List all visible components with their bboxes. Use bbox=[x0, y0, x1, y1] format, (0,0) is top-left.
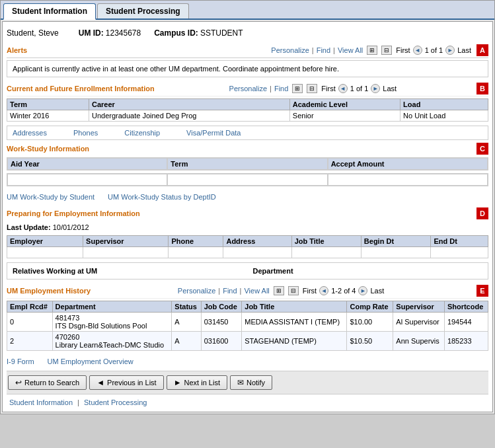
emp-col-supervisor: Supervisor bbox=[83, 236, 169, 247]
enrollment-icon2[interactable]: ⊟ bbox=[307, 84, 317, 93]
emph-personalize[interactable]: Personalize bbox=[178, 287, 215, 295]
enroll-career: Undergraduate Joined Deg Prog bbox=[89, 110, 289, 122]
tab-bar: Student Information Student Processing bbox=[1, 1, 494, 20]
emph-col-status: Status bbox=[172, 301, 201, 313]
previous-in-list-button[interactable]: ◄ Previous in List bbox=[89, 375, 163, 390]
alerts-prev-btn[interactable]: ◄ bbox=[413, 46, 422, 55]
ws-by-deptid-link[interactable]: UM Work-Study Status by DeptID bbox=[108, 193, 216, 201]
emph-row1-rcd: 2 bbox=[7, 332, 53, 351]
emph-last: Last bbox=[370, 287, 384, 295]
alerts-icon2[interactable]: ⊟ bbox=[381, 46, 392, 55]
enrollment-col-career: Career bbox=[89, 99, 289, 110]
alerts-viewall-link[interactable]: View All bbox=[338, 46, 363, 54]
emph-icon2[interactable]: ⊟ bbox=[288, 286, 299, 295]
alerts-next-btn[interactable]: ► bbox=[445, 46, 455, 55]
relatives-col1: Relatives Working at UM bbox=[10, 266, 245, 276]
workstudy-links: UM Work-Study by Student UM Work-Study S… bbox=[7, 190, 488, 204]
emph-prev-btn[interactable]: ◄ bbox=[319, 286, 328, 295]
i9-form-link[interactable]: I-9 Form bbox=[7, 357, 34, 365]
emph-row0-comprate: $10.00 bbox=[347, 313, 393, 332]
employment-info-section: Preparing for Employment Information D L… bbox=[7, 206, 488, 258]
enrollment-nav-of: 1 of 1 bbox=[350, 85, 369, 93]
alerts-nav: First ◄ 1 of 1 ► Last bbox=[396, 46, 471, 55]
alerts-find-link[interactable]: Find bbox=[317, 46, 330, 54]
enrollment-last: Last bbox=[383, 85, 397, 93]
enrollment-col-load: Load bbox=[400, 99, 488, 110]
employment-history-title[interactable]: UM Employment History bbox=[7, 287, 91, 295]
relatives-col2: Department bbox=[250, 266, 486, 276]
enrollment-personalize[interactable]: Personalize bbox=[229, 85, 267, 93]
emph-row1-dept: 470260Library Learn&Teach-DMC Studio bbox=[52, 332, 172, 351]
employment-history-table: Empl Rcd# Department Status Job Code Job… bbox=[7, 301, 488, 351]
phones-link[interactable]: Phones bbox=[73, 129, 98, 137]
visa-permit-link[interactable]: Visa/Permit Data bbox=[186, 129, 241, 137]
bottom-links: I-9 Form UM Employment Overview bbox=[7, 355, 488, 368]
alerts-link[interactable]: Alerts bbox=[7, 46, 27, 54]
emp-col-jobtitle: Job Title bbox=[291, 236, 361, 247]
emph-find[interactable]: Find bbox=[223, 287, 237, 295]
enrollment-table: Term Career Academic Level Load Winter 2… bbox=[7, 98, 488, 122]
emph-next-btn[interactable]: ► bbox=[358, 286, 367, 295]
emph-col-supervisor: Supervisor bbox=[393, 301, 445, 313]
emp-col-begindt: Begin Dt bbox=[361, 236, 431, 247]
emph-row1-jobtitle: STAGEHAND (TEMP) bbox=[242, 332, 347, 351]
enroll-load: No Unit Load bbox=[400, 110, 488, 122]
emph-row0-jobtitle: MEDIA ASSISTANT I (TEMP) bbox=[242, 313, 347, 332]
alerts-last: Last bbox=[457, 46, 471, 54]
table-row: 0 481473ITS Dsgn-Bld Solutions Pool A 03… bbox=[7, 313, 488, 332]
workstudy-title: Work-Study Information bbox=[7, 143, 89, 154]
last-update: Last Update: 10/01/2012 bbox=[7, 222, 488, 233]
footer-student-processing-link[interactable]: Student Processing bbox=[84, 398, 147, 406]
enrollment-col-term: Term bbox=[7, 99, 89, 110]
next-label: Next in List bbox=[184, 379, 220, 387]
enrollment-link[interactable]: Current and Future Enrollment Informatio… bbox=[7, 85, 155, 93]
alerts-nav-of: 1 of 1 bbox=[425, 46, 443, 54]
alerts-personalize-bar: Personalize | Find | View All bbox=[271, 46, 363, 54]
emph-viewall[interactable]: View All bbox=[244, 287, 269, 295]
emph-col-dept: Department bbox=[52, 301, 172, 313]
ws-row-amount bbox=[328, 174, 488, 186]
student-header: Student, Steve UM ID: 12345678 Campus ID… bbox=[7, 26, 488, 40]
workstudy-marker: C bbox=[476, 143, 488, 155]
tab-student-processing[interactable]: Student Processing bbox=[97, 3, 189, 19]
tab-student-information[interactable]: Student Information bbox=[3, 3, 96, 20]
return-to-search-button[interactable]: ↩ Return to Search bbox=[8, 375, 87, 390]
ws-row-aid bbox=[7, 174, 167, 186]
emph-row1-supervisor: Ann Supervis bbox=[393, 332, 445, 351]
enrollment-find[interactable]: Find bbox=[274, 85, 288, 93]
notify-button[interactable]: ✉ Notify bbox=[230, 375, 272, 390]
notify-icon: ✉ bbox=[237, 378, 244, 387]
footer-tabs: Student Information | Student Processing bbox=[7, 397, 488, 408]
employment-info-table: Employer Supervisor Phone Address Job Ti… bbox=[7, 235, 488, 258]
enrollment-personalize-bar: Personalize | Find bbox=[229, 85, 289, 93]
emp-col-phone: Phone bbox=[169, 236, 223, 247]
emph-row0-dept: 481473ITS Dsgn-Bld Solutions Pool bbox=[52, 313, 172, 332]
citizenship-link[interactable]: Citizenship bbox=[124, 129, 160, 137]
emp-col-enddt: End Dt bbox=[431, 236, 488, 247]
footer-student-info-link[interactable]: Student Information bbox=[9, 398, 73, 406]
enrollment-next-btn[interactable]: ► bbox=[371, 84, 380, 93]
emph-row1-jobcode: 031600 bbox=[201, 332, 242, 351]
ws-by-student-link[interactable]: UM Work-Study by Student bbox=[7, 193, 95, 201]
enrollment-icon1[interactable]: ⊞ bbox=[292, 84, 303, 93]
employment-history-section: UM Employment History Personalize | Find… bbox=[7, 283, 488, 351]
relatives-label: Relatives Working at UM bbox=[13, 267, 97, 275]
emp-col-employer: Employer bbox=[7, 236, 83, 247]
alerts-icon1[interactable]: ⊞ bbox=[367, 46, 377, 55]
enrollment-nav: First ◄ 1 of 1 ► Last bbox=[321, 84, 397, 93]
emph-row0-supervisor: Al Supervisor bbox=[393, 313, 445, 332]
addresses-link[interactable]: Addresses bbox=[13, 129, 47, 137]
emph-row0-status: A bbox=[172, 313, 201, 332]
employment-overview-link[interactable]: UM Employment Overview bbox=[48, 357, 133, 365]
department-label: Department bbox=[253, 267, 293, 275]
department-value bbox=[295, 267, 326, 275]
enrollment-first: First bbox=[321, 85, 335, 93]
enrollment-prev-btn[interactable]: ◄ bbox=[338, 84, 348, 93]
alerts-personalize-link[interactable]: Personalize bbox=[271, 46, 309, 54]
next-in-list-button[interactable]: ► Next in List bbox=[167, 375, 227, 390]
emph-col-jobtitle: Job Title bbox=[242, 301, 347, 313]
emph-icon1[interactable]: ⊞ bbox=[274, 286, 284, 295]
return-icon: ↩ bbox=[15, 378, 22, 387]
um-id-value: 12345678 bbox=[106, 28, 141, 38]
emph-row1-comprate: $10.50 bbox=[347, 332, 393, 351]
